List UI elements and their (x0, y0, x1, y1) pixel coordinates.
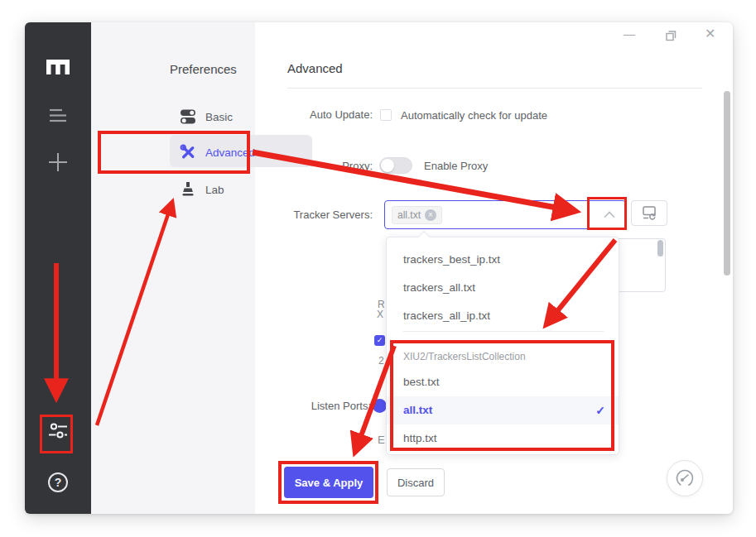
sync-trackers-button[interactable] (631, 200, 667, 226)
auto-update-checkbox[interactable] (380, 109, 392, 121)
help-button[interactable]: ? (25, 472, 91, 492)
lab-stamp-icon (180, 181, 196, 198)
motrix-logo-icon (25, 59, 91, 74)
selected-tag: all.txt × (392, 206, 442, 224)
toggle-knob (381, 159, 394, 172)
occluded-toggle-fragment (373, 399, 387, 413)
speed-gauge-button[interactable] (667, 460, 703, 496)
screenshot-root: — ✕ (0, 0, 756, 537)
minimize-button[interactable]: — (624, 27, 635, 41)
window-scrollbar-thumb[interactable] (724, 91, 730, 276)
annotation-box-save-button (278, 461, 378, 504)
tag-close-icon[interactable]: × (425, 209, 436, 221)
occluded-text-fragment: X (377, 309, 383, 320)
restore-icon (666, 31, 677, 41)
dropdown-divider (403, 331, 604, 332)
close-button[interactable]: ✕ (705, 26, 715, 41)
occluded-checkbox-fragment: ✓ (374, 335, 385, 346)
dropdown-option[interactable]: trackers_all.txt (387, 274, 619, 302)
minimize-icon: — (624, 27, 635, 41)
proxy-option-label: Enable Proxy (424, 160, 488, 172)
page-title: Advanced (287, 61, 343, 75)
annotation-box-dropdown-group (390, 340, 614, 451)
preferences-title: Preferences (170, 62, 237, 76)
task-list-icon[interactable] (25, 108, 91, 122)
dropdown-option[interactable]: trackers_all_ip.txt (387, 302, 619, 330)
dropdown-option[interactable]: trackers_best_ip.txt (387, 246, 619, 274)
annotation-box-chevron (587, 197, 627, 230)
textarea-scrollbar-thumb[interactable] (657, 240, 663, 257)
preferences-window: — ✕ (25, 22, 733, 514)
preferences-nav: Preferences Basic (91, 22, 255, 514)
tracker-servers-label: Tracker Servers: (224, 209, 373, 221)
annotation-box-preferences-icon (40, 415, 73, 453)
close-icon: ✕ (705, 26, 715, 41)
dropdown-caret (418, 231, 430, 242)
basic-toggles-icon (180, 108, 196, 125)
gauge-icon (673, 467, 696, 490)
help-icon: ? (48, 472, 68, 492)
listen-ports-label: Listen Ports: (222, 400, 371, 412)
add-task-icon[interactable] (25, 151, 91, 173)
occluded-text-fragment: E (378, 434, 385, 446)
title-divider (287, 88, 702, 89)
auto-update-label: Auto Update: (224, 108, 373, 121)
sync-icon (641, 205, 657, 221)
occluded-text-fragment: 2 (378, 355, 384, 367)
auto-update-option-label[interactable]: Automatically check for update (401, 109, 547, 122)
proxy-toggle[interactable] (379, 157, 412, 174)
annotation-box-advanced-nav (98, 131, 250, 174)
discard-button[interactable]: Discard (387, 468, 445, 496)
maximize-button[interactable] (666, 30, 677, 45)
